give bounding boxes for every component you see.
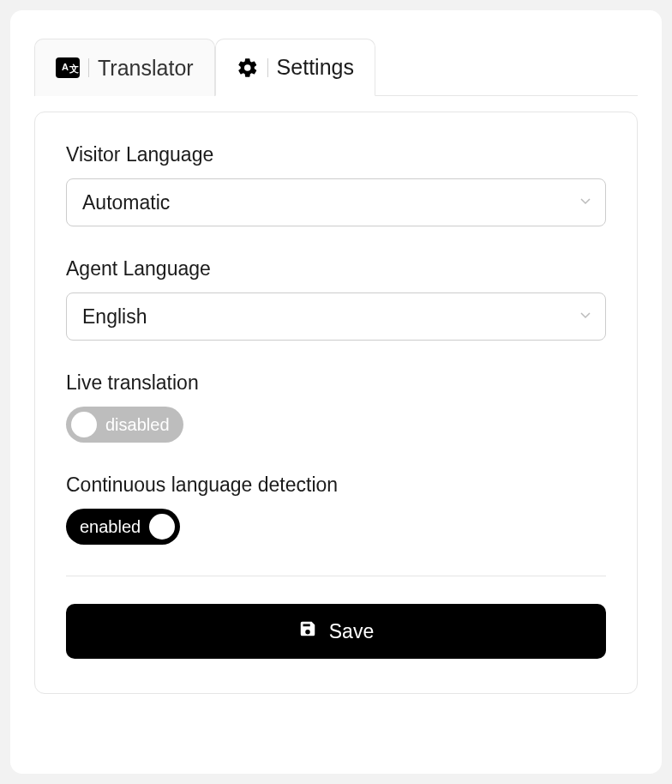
agent-language-select[interactable]: English xyxy=(66,292,606,341)
agent-language-field: Agent Language English xyxy=(66,257,606,341)
toggle-knob xyxy=(149,514,175,540)
continuous-detection-label: Continuous language detection xyxy=(66,473,606,497)
continuous-detection-toggle[interactable]: enabled xyxy=(66,509,180,545)
settings-panel: Visitor Language Automatic Agent Languag… xyxy=(34,112,638,694)
settings-page: A 文 Translator Settings Visitor Language… xyxy=(10,10,662,774)
save-button[interactable]: Save xyxy=(66,604,606,659)
tab-settings[interactable]: Settings xyxy=(215,39,375,96)
tab-settings-label: Settings xyxy=(277,55,354,80)
live-translation-state: disabled xyxy=(97,415,178,435)
tab-divider xyxy=(88,58,89,77)
svg-text:A: A xyxy=(62,62,69,72)
translate-icon: A 文 xyxy=(56,57,80,78)
agent-language-select-wrap: English xyxy=(66,292,606,341)
tab-translator[interactable]: A 文 Translator xyxy=(34,39,215,96)
visitor-language-select-wrap: Automatic xyxy=(66,178,606,226)
toggle-knob xyxy=(71,412,97,437)
save-icon xyxy=(298,619,317,643)
svg-text:文: 文 xyxy=(69,63,79,74)
visitor-language-label: Visitor Language xyxy=(66,143,606,166)
agent-language-label: Agent Language xyxy=(66,257,606,280)
live-translation-field: Live translation disabled xyxy=(66,371,606,443)
divider xyxy=(66,576,606,576)
tab-divider xyxy=(267,58,268,77)
gear-icon xyxy=(237,57,259,79)
visitor-language-field: Visitor Language Automatic xyxy=(66,143,606,226)
live-translation-toggle[interactable]: disabled xyxy=(66,407,183,443)
tab-bar: A 文 Translator Settings xyxy=(34,38,638,96)
visitor-language-select[interactable]: Automatic xyxy=(66,178,606,226)
tab-translator-label: Translator xyxy=(98,56,194,81)
continuous-detection-field: Continuous language detection enabled xyxy=(66,473,606,545)
save-button-label: Save xyxy=(329,620,374,643)
continuous-detection-state: enabled xyxy=(71,517,149,537)
live-translation-label: Live translation xyxy=(66,371,606,395)
